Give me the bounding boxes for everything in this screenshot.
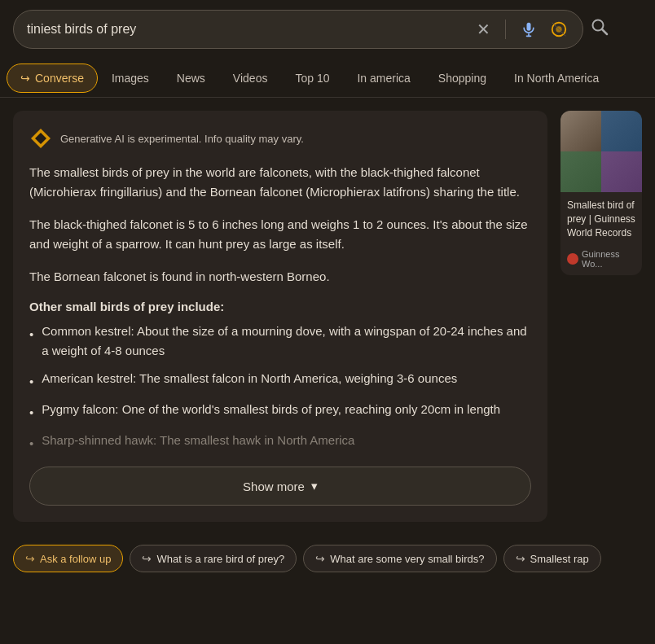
tab-videos[interactable]: Videos	[219, 64, 282, 93]
ai-paragraph-3: The Bornean falconet is found in north-w…	[29, 267, 531, 287]
list-item-faded: • Sharp-shinned hawk: The smallest hawk …	[29, 431, 531, 453]
ai-paragraph-2: The black-thighed falconet is 5 to 6 inc…	[29, 215, 531, 254]
mic-icon	[521, 21, 537, 37]
svg-line-6	[602, 29, 607, 34]
bullet-icon: •	[29, 403, 33, 423]
main-content: Generative AI is experimental. Info qual…	[0, 98, 655, 535]
suggestion-label-1: What is a rare bird of prey?	[156, 553, 284, 565]
list-item: • Pygmy falcon: One of the world's small…	[29, 400, 531, 423]
tab-converse-label: Converse	[35, 72, 84, 85]
ask-followup-label: Ask a follow up	[40, 553, 111, 565]
tab-top10-label: Top 10	[295, 72, 329, 85]
ai-disclaimer: Generative AI is experimental. Info qual…	[60, 133, 304, 145]
mosaic-cell-1	[560, 111, 601, 151]
suggestion-label-3: Smallest rap	[530, 553, 589, 565]
ai-subheading: Other small birds of prey include:	[29, 300, 531, 313]
suggestion-button-3[interactable]: ↪ Smallest rap	[503, 545, 601, 572]
guinness-logo-icon	[567, 253, 578, 265]
search-submit-button[interactable]	[590, 17, 609, 42]
mosaic-cell-4	[601, 151, 642, 192]
tab-converse[interactable]: ↪ Converse	[7, 64, 98, 93]
side-panel: Smallest bird of prey | Guinness World R…	[560, 111, 642, 522]
tabs-bar: ↪ Converse Images News Videos Top 10 In …	[0, 59, 655, 98]
lens-icon	[550, 20, 568, 38]
list-item-text: Sharp-shinned hawk: The smallest hawk in…	[42, 431, 354, 450]
chevron-down-icon: ▾	[311, 479, 318, 493]
tab-images-label: Images	[112, 72, 149, 85]
ai-list: • Common kestrel: About the size of a mo…	[29, 322, 531, 453]
followup-arrow-icon: ↪	[25, 552, 35, 565]
suggestion-label-2: What are some very small birds?	[330, 553, 484, 565]
tab-top10[interactable]: Top 10	[281, 64, 343, 93]
suggestion-arrow-icon: ↪	[516, 552, 525, 565]
ai-paragraph-1: The smallest birds of prey in the world …	[29, 163, 531, 202]
show-more-button[interactable]: Show more ▾	[29, 467, 531, 506]
ai-logo	[29, 127, 52, 150]
search-bar: ✕	[13, 10, 583, 49]
tab-in-north-america-label: In North America	[514, 72, 599, 85]
lens-button[interactable]	[548, 19, 569, 40]
tab-shopping[interactable]: Shopping	[424, 64, 500, 93]
clear-button[interactable]: ✕	[475, 18, 492, 41]
side-card-title: Smallest bird of prey | Guinness World R…	[560, 192, 642, 246]
suggestion-arrow-icon: ↪	[315, 552, 325, 565]
bullet-icon: •	[29, 434, 33, 453]
list-item-text: American kestrel: The smallest falcon in…	[42, 369, 457, 388]
search-bar-area: ✕	[0, 0, 655, 59]
converse-icon: ↪	[20, 72, 30, 85]
followup-bar: ↪ Ask a follow up ↪ What is a rare bird …	[0, 535, 655, 582]
mosaic-cell-2	[601, 111, 642, 151]
bullet-icon: •	[29, 325, 33, 344]
search-icon	[590, 17, 609, 37]
list-item-text: Pygmy falcon: One of the world's smalles…	[42, 400, 500, 419]
mosaic-cell-3	[560, 151, 601, 192]
tab-videos-label: Videos	[233, 72, 268, 85]
suggestion-button-2[interactable]: ↪ What are some very small birds?	[303, 545, 496, 572]
list-item-text: Common kestrel: About the size of a mour…	[42, 322, 531, 361]
tab-news[interactable]: News	[163, 64, 219, 93]
side-card[interactable]: Smallest bird of prey | Guinness World R…	[560, 111, 642, 275]
tab-news-label: News	[177, 72, 205, 85]
list-item: • Common kestrel: About the size of a mo…	[29, 322, 531, 361]
ai-header: Generative AI is experimental. Info qual…	[29, 127, 531, 150]
ask-followup-button[interactable]: ↪ Ask a follow up	[13, 545, 123, 572]
tab-images[interactable]: Images	[98, 64, 163, 93]
tab-in-north-america[interactable]: In North America	[500, 64, 613, 93]
clear-icon: ✕	[477, 20, 490, 39]
suggestion-button-1[interactable]: ↪ What is a rare bird of prey?	[130, 545, 297, 572]
tab-in-america[interactable]: In america	[343, 64, 424, 93]
suggestion-arrow-icon: ↪	[142, 552, 152, 565]
side-card-source: Guinness Wo...	[560, 246, 642, 275]
side-card-image-mosaic	[560, 111, 642, 192]
side-card-source-name: Guinness Wo...	[582, 249, 635, 269]
divider	[505, 20, 506, 39]
mic-button[interactable]	[519, 20, 539, 39]
search-input[interactable]	[27, 22, 475, 37]
tab-shopping-label: Shopping	[438, 72, 486, 85]
svg-rect-0	[527, 23, 531, 31]
ai-answer-panel: Generative AI is experimental. Info qual…	[13, 111, 547, 522]
search-icons: ✕	[475, 18, 569, 41]
show-more-label: Show more	[243, 480, 305, 493]
tab-in-america-label: In america	[357, 72, 410, 85]
list-item: • American kestrel: The smallest falcon …	[29, 369, 531, 392]
bullet-icon: •	[29, 372, 33, 392]
